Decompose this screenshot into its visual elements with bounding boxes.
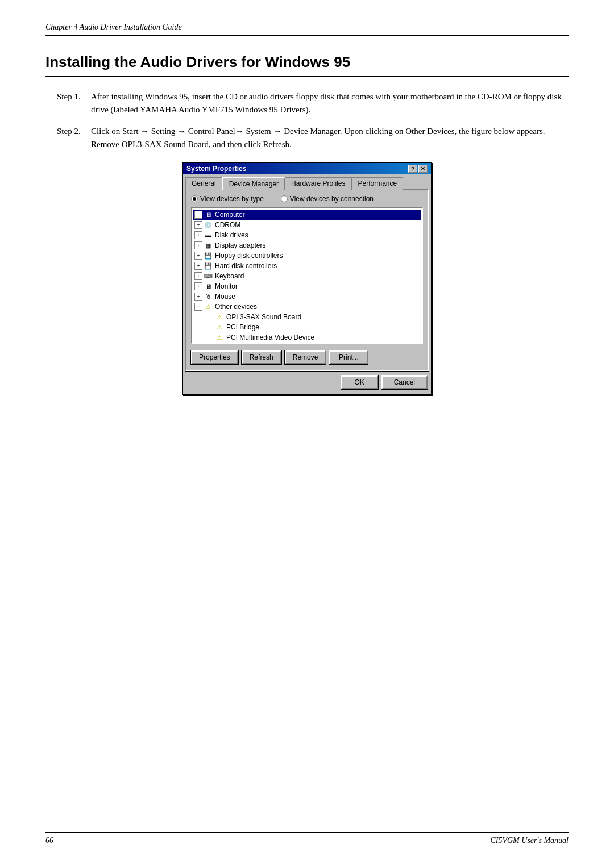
device-item-mouse[interactable]: + 🖱 Mouse xyxy=(193,291,421,302)
device-item-disk-drives[interactable]: + ▬ Disk drives xyxy=(193,230,421,240)
icon-hdd: 💾 xyxy=(204,261,213,270)
view-by-connection-radio[interactable] xyxy=(281,195,288,202)
step-1-content: After installing Windows 95, insert the … xyxy=(91,90,569,116)
ok-button[interactable]: OK xyxy=(341,375,378,389)
expand-display-adapters[interactable]: + xyxy=(194,241,202,249)
device-item-display-adapters[interactable]: + ▦ Display adapters xyxy=(193,240,421,251)
device-item-pci-usb[interactable]: ⚠ PCI Universal Serial Bus xyxy=(204,343,421,344)
device-list[interactable]: + 🖥 Computer + 💿 CDROM + ▬ Disk drives xyxy=(191,207,423,344)
device-name-hdd: Hard disk controllers xyxy=(215,262,277,270)
expand-cdrom[interactable]: + xyxy=(194,221,202,229)
view-by-connection-label: View devices by connection xyxy=(290,195,374,203)
expand-other-devices[interactable]: − xyxy=(194,303,202,311)
icon-disk-drives: ▬ xyxy=(204,231,213,240)
view-by-type-label: View devices by type xyxy=(200,195,264,203)
view-by-connection-option[interactable]: View devices by connection xyxy=(281,195,374,203)
dialog-titlebar: System Properties ? ✕ xyxy=(183,163,431,174)
tab-performance[interactable]: Performance xyxy=(351,177,403,190)
device-item-floppy[interactable]: + 💾 Floppy disk controllers xyxy=(193,251,421,261)
icon-opl3-sax: ⚠ xyxy=(215,312,224,322)
tab-hardware-profiles[interactable]: Hardware Profiles xyxy=(285,177,351,190)
footer-manual-title: CI5VGM User's Manual xyxy=(490,836,569,845)
icon-pci-usb: ⚠ xyxy=(215,343,224,344)
device-item-computer[interactable]: + 🖥 Computer xyxy=(193,210,421,220)
step-1: Step 1. After installing Windows 95, ins… xyxy=(57,90,569,116)
page: Chapter 4 Audio Driver Installation Guid… xyxy=(0,0,614,868)
device-name-opl3-sax: OPL3-SAX Sound Board xyxy=(226,313,301,321)
icon-computer: 🖥 xyxy=(204,210,213,219)
expand-disk-drives[interactable]: + xyxy=(194,231,202,239)
dialog-title: System Properties xyxy=(186,165,246,173)
device-name-display-adapters: Display adapters xyxy=(215,241,265,249)
step-2-label: Step 2. xyxy=(57,125,91,151)
print-button[interactable]: Print... xyxy=(329,350,368,364)
device-item-keyboard[interactable]: + ⌨ Keyboard xyxy=(193,271,421,281)
device-name-pci-multimedia: PCI Multimedia Video Device xyxy=(226,333,314,341)
device-item-opl3-sax[interactable]: ⚠ OPL3-SAX Sound Board xyxy=(204,312,421,322)
page-title-text: Installing the Audio Drivers for Windows… xyxy=(45,53,350,70)
device-name-disk-drives: Disk drives xyxy=(215,231,248,239)
device-name-pci-bridge: PCI Bridge xyxy=(226,323,259,331)
device-item-hdd[interactable]: + 💾 Hard disk controllers xyxy=(193,261,421,271)
steps-container: Step 1. After installing Windows 95, ins… xyxy=(57,90,569,151)
tab-content: View devices by type View devices by con… xyxy=(185,189,429,371)
step-1-label: Step 1. xyxy=(57,90,91,116)
page-footer: 66 CI5VGM User's Manual xyxy=(45,832,569,845)
view-options-row: View devices by type View devices by con… xyxy=(191,195,423,203)
device-name-monitor: Monitor xyxy=(215,282,238,290)
icon-keyboard: ⌨ xyxy=(204,272,213,281)
expand-keyboard[interactable]: + xyxy=(194,272,202,280)
device-name-computer: Computer xyxy=(215,211,245,219)
icon-pci-multimedia: ⚠ xyxy=(215,333,224,342)
device-item-monitor[interactable]: + 🖥 Monitor xyxy=(193,281,421,291)
properties-button[interactable]: Properties xyxy=(191,350,238,364)
chapter-header: Chapter 4 Audio Driver Installation Guid… xyxy=(45,23,569,36)
view-by-type-radio[interactable] xyxy=(191,195,198,202)
expand-monitor[interactable]: + xyxy=(194,282,202,290)
icon-display-adapters: ▦ xyxy=(204,241,213,250)
step-2-content: Click on Start → Setting → Control Panel… xyxy=(91,125,569,151)
expand-hdd[interactable]: + xyxy=(194,262,202,270)
device-item-other-devices[interactable]: − ⚠ Other devices xyxy=(193,302,421,312)
dialog-buttons-row: Properties Refresh Remove Print... xyxy=(191,348,423,365)
icon-other-devices: ⚠ xyxy=(204,302,213,311)
tab-general[interactable]: General xyxy=(185,177,222,190)
device-name-other-devices: Other devices xyxy=(215,303,257,311)
cancel-button[interactable]: Cancel xyxy=(381,375,428,389)
device-item-pci-bridge[interactable]: ⚠ PCI Bridge xyxy=(204,322,421,332)
refresh-button[interactable]: Refresh xyxy=(242,350,281,364)
icon-cdrom: 💿 xyxy=(204,220,213,229)
chapter-header-text: Chapter 4 Audio Driver Installation Guid… xyxy=(45,23,182,31)
device-name-floppy: Floppy disk controllers xyxy=(215,252,283,260)
help-button[interactable]: ? xyxy=(408,165,417,173)
ok-cancel-row: OK Cancel xyxy=(183,371,431,394)
page-title: Installing the Audio Drivers for Windows… xyxy=(45,53,569,77)
device-name-keyboard: Keyboard xyxy=(215,272,244,280)
icon-mouse: 🖱 xyxy=(204,292,213,301)
expand-floppy[interactable]: + xyxy=(194,252,202,260)
system-properties-dialog: System Properties ? ✕ General Device Man… xyxy=(182,162,432,395)
view-by-type-option[interactable]: View devices by type xyxy=(191,195,264,203)
titlebar-buttons: ? ✕ xyxy=(408,165,428,173)
remove-button[interactable]: Remove xyxy=(285,350,326,364)
expand-mouse[interactable]: + xyxy=(194,293,202,301)
device-item-cdrom[interactable]: + 💿 CDROM xyxy=(193,220,421,230)
icon-pci-bridge: ⚠ xyxy=(215,323,224,332)
close-button[interactable]: ✕ xyxy=(418,165,428,173)
device-name-cdrom: CDROM xyxy=(215,221,240,229)
icon-monitor: 🖥 xyxy=(204,282,213,291)
dialog-tabs: General Device Manager Hardware Profiles… xyxy=(183,174,431,189)
footer-page-number: 66 xyxy=(45,836,53,845)
icon-floppy: 💾 xyxy=(204,251,213,260)
tab-device-manager[interactable]: Device Manager xyxy=(222,177,285,190)
device-name-mouse: Mouse xyxy=(215,293,235,301)
expand-computer[interactable]: + xyxy=(194,211,202,219)
step-2: Step 2. Click on Start → Setting → Contr… xyxy=(57,125,569,151)
device-item-pci-multimedia[interactable]: ⚠ PCI Multimedia Video Device xyxy=(204,332,421,343)
